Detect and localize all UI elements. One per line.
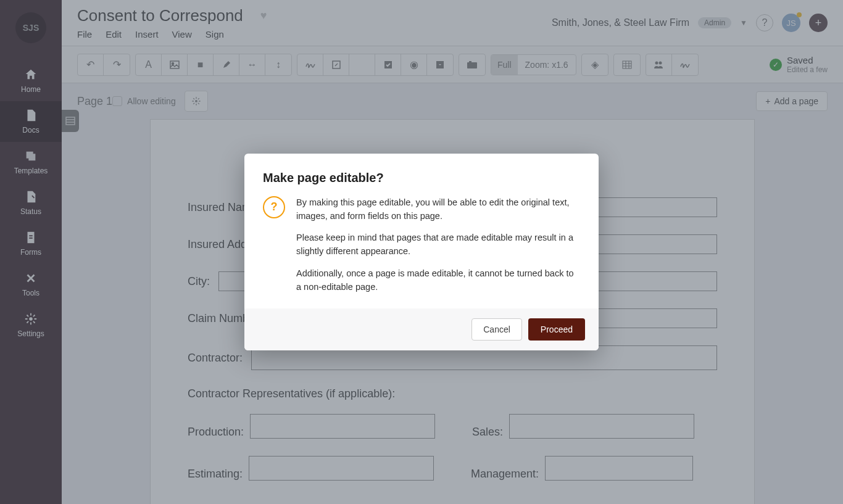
modal-dialog: Make page editable? ? By making this pag…	[244, 154, 599, 351]
modal-overlay: Make page editable? ? By making this pag…	[0, 0, 843, 504]
modal-p1: By making this page editable, you will b…	[296, 196, 580, 223]
question-icon: ?	[263, 196, 285, 218]
modal-p3: Additionally, once a page is made editab…	[296, 267, 580, 294]
cancel-button[interactable]: Cancel	[471, 318, 522, 341]
modal-p2: Please keep in mind that pages that are …	[296, 231, 580, 258]
modal-title: Make page editable?	[263, 171, 580, 185]
proceed-button[interactable]: Proceed	[528, 318, 585, 341]
